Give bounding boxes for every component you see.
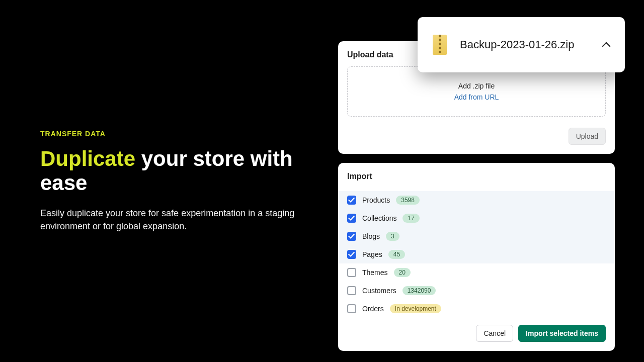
row-label: Orders xyxy=(362,305,384,313)
checkbox-products[interactable] xyxy=(347,196,356,205)
import-list: Products 3598 Collections 17 Blogs 3 Pag… xyxy=(338,191,615,318)
import-row-orders[interactable]: Orders In development xyxy=(338,300,615,318)
count-badge: 45 xyxy=(388,250,405,259)
import-row-blogs[interactable]: Blogs 3 xyxy=(338,227,615,245)
import-selected-button[interactable]: Import selected items xyxy=(518,325,606,342)
row-label: Themes xyxy=(362,268,388,277)
add-from-url-link[interactable]: Add from URL xyxy=(454,93,499,101)
import-card-title: Import xyxy=(338,172,615,184)
dev-badge: In development xyxy=(390,304,441,313)
import-row-collections[interactable]: Collections 17 xyxy=(338,209,615,227)
count-badge: 3598 xyxy=(396,196,420,205)
import-actions: Cancel Import selected items xyxy=(338,318,615,342)
checkbox-blogs[interactable] xyxy=(347,232,356,241)
row-label: Pages xyxy=(362,250,382,258)
marketing-copy: TRANSFER DATA Duplicate your store with … xyxy=(40,130,302,233)
subtext: Easily duplicate your store for safe exp… xyxy=(40,207,302,233)
import-card: Import Products 3598 Collections 17 Blog… xyxy=(338,163,615,351)
zip-file-icon xyxy=(433,35,447,55)
row-label: Blogs xyxy=(362,232,380,240)
right-panel: Upload data Add .zip file Add from URL U… xyxy=(338,41,615,360)
headline: Duplicate your store with ease xyxy=(40,147,302,196)
toast-filename: Backup-2023-01-26.zip xyxy=(460,38,589,51)
import-row-products[interactable]: Products 3598 xyxy=(338,191,615,209)
eyebrow: TRANSFER DATA xyxy=(40,130,302,138)
count-badge: 3 xyxy=(386,232,399,241)
checkbox-pages[interactable] xyxy=(347,250,356,259)
checkbox-orders[interactable] xyxy=(347,304,356,313)
count-badge: 20 xyxy=(394,268,411,277)
count-badge: 1342090 xyxy=(403,286,436,295)
checkbox-themes[interactable] xyxy=(347,268,356,277)
upload-button[interactable]: Upload xyxy=(569,128,606,145)
checkbox-collections[interactable] xyxy=(347,214,356,223)
checkbox-customers[interactable] xyxy=(347,286,356,295)
import-row-customers[interactable]: Customers 1342090 xyxy=(338,282,615,300)
upload-actions: Upload xyxy=(347,128,606,145)
row-label: Products xyxy=(362,196,390,204)
row-label: Customers xyxy=(362,287,396,295)
row-label: Collections xyxy=(362,214,396,222)
upload-dropzone[interactable]: Add .zip file Add from URL xyxy=(347,66,606,117)
dropzone-primary-text: Add .zip file xyxy=(458,82,495,90)
count-badge: 17 xyxy=(403,214,419,223)
import-row-pages[interactable]: Pages 45 xyxy=(338,245,615,263)
headline-accent: Duplicate xyxy=(40,147,135,170)
import-row-themes[interactable]: Themes 20 xyxy=(338,263,615,282)
cancel-button[interactable]: Cancel xyxy=(476,325,513,342)
download-toast[interactable]: Backup-2023-01-26.zip xyxy=(418,17,625,72)
chevron-up-icon[interactable] xyxy=(602,40,612,50)
